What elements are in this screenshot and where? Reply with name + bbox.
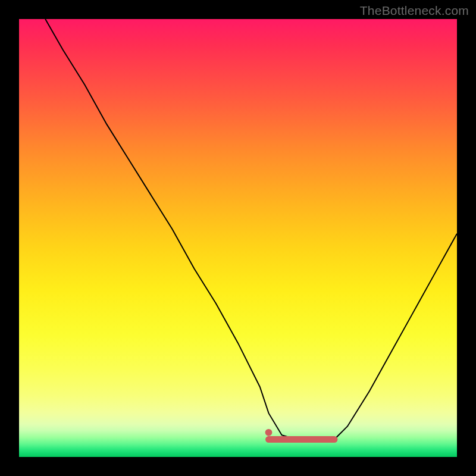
plot-area [19,19,457,457]
chart-stage: TheBottleneck.com [0,0,476,476]
gradient-background [19,19,457,457]
watermark-text: TheBottleneck.com [360,4,469,18]
